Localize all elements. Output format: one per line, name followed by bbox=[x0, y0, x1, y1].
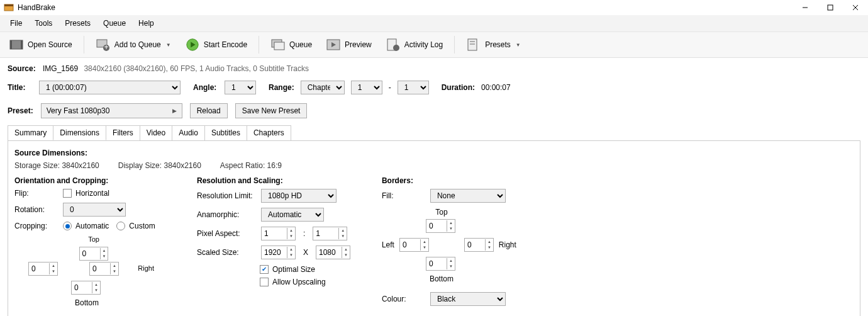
source-dimensions-title: Source Dimensions: bbox=[14, 149, 854, 157]
range-label: Range: bbox=[269, 83, 294, 92]
scaled-width-spinner[interactable]: ▲▼ bbox=[261, 245, 296, 259]
reload-button[interactable]: Reload bbox=[190, 103, 228, 118]
aspect-ratio: Aspect Ratio: 16:9 bbox=[220, 161, 282, 170]
window-title: HandBrake bbox=[18, 3, 55, 12]
title-label: Title: bbox=[8, 83, 33, 92]
presets-button[interactable]: Presets ▼ bbox=[464, 36, 523, 54]
crop-bottom-label: Bottom bbox=[71, 298, 103, 307]
menu-file[interactable]: File bbox=[4, 16, 28, 30]
range-type-select[interactable]: Chapters bbox=[301, 81, 345, 94]
source-name: IMG_1569 bbox=[43, 64, 78, 73]
tab-summary[interactable]: Summary bbox=[8, 125, 53, 140]
crop-right-spinner[interactable]: ▲▼ bbox=[89, 262, 119, 276]
cropping-custom-label: Custom bbox=[129, 222, 155, 230]
tab-subtitles[interactable]: Subtitles bbox=[204, 125, 247, 140]
tab-video[interactable]: Video bbox=[140, 125, 172, 140]
svg-rect-8 bbox=[21, 40, 23, 49]
anamorphic-label: Anamorphic: bbox=[197, 210, 253, 219]
colour-label: Colour: bbox=[382, 295, 423, 303]
resolution-title: Resolution and Scaling: bbox=[197, 176, 350, 185]
activity-log-button[interactable]: Activity Log bbox=[383, 36, 445, 54]
scaled-sep: X bbox=[303, 248, 308, 257]
menubar: File Tools Presets Queue Help bbox=[0, 15, 868, 32]
border-right-spinner[interactable]: ▲▼ bbox=[464, 238, 494, 252]
range-separator: - bbox=[389, 83, 391, 92]
border-left-spinner[interactable]: ▲▼ bbox=[399, 238, 429, 252]
optimal-size-checkbox[interactable]: ✔ Optimal Size bbox=[260, 265, 315, 274]
colour-select[interactable]: Black bbox=[430, 292, 506, 306]
chevron-right-icon: ▶ bbox=[172, 108, 177, 114]
svg-point-19 bbox=[393, 45, 399, 51]
tab-chapters[interactable]: Chapters bbox=[247, 125, 291, 140]
rotation-label: Rotation: bbox=[14, 205, 55, 214]
queue-button[interactable]: Queue bbox=[268, 36, 314, 54]
flip-horizontal-label: Horizontal bbox=[75, 189, 109, 198]
border-bottom-label: Bottom bbox=[426, 274, 457, 283]
tab-dimensions[interactable]: Dimensions bbox=[53, 125, 106, 140]
maximize-button[interactable] bbox=[818, 0, 843, 15]
add-to-queue-button[interactable]: + Add to Queue ▼ bbox=[93, 36, 174, 54]
title-row: Title: 1 (00:00:07) Angle: 1 Range: Chap… bbox=[0, 77, 868, 98]
angle-label: Angle: bbox=[193, 83, 218, 92]
cropping-auto-label: Automatic bbox=[75, 222, 109, 230]
crop-bottom-spinner[interactable]: ▲▼ bbox=[71, 281, 101, 295]
optimal-size-label: Optimal Size bbox=[272, 265, 315, 274]
crop-top-spinner[interactable]: ▲▼ bbox=[79, 247, 109, 261]
menu-presets[interactable]: Presets bbox=[58, 16, 97, 30]
svg-text:+: + bbox=[104, 43, 108, 52]
checkbox-icon bbox=[260, 278, 269, 286]
border-top-spinner[interactable]: ▲▼ bbox=[426, 219, 455, 233]
duration-label: Duration: bbox=[442, 83, 475, 92]
title-select[interactable]: 1 (00:00:07) bbox=[39, 81, 181, 94]
tab-filters[interactable]: Filters bbox=[106, 125, 140, 140]
pixel-aspect-y-spinner[interactable]: ▲▼ bbox=[313, 227, 347, 240]
open-source-button[interactable]: Open Source bbox=[6, 36, 75, 54]
queue-icon bbox=[270, 37, 286, 52]
film-icon bbox=[9, 37, 24, 52]
save-new-preset-button[interactable]: Save New Preset bbox=[235, 103, 308, 118]
resolution-limit-select[interactable]: 1080p HD bbox=[261, 189, 337, 203]
chevron-down-icon: ▼ bbox=[166, 42, 171, 48]
menu-tools[interactable]: Tools bbox=[28, 16, 58, 30]
scaled-height-spinner[interactable]: ▲▼ bbox=[316, 245, 350, 259]
preview-button[interactable]: Preview bbox=[323, 36, 374, 54]
pixel-aspect-x-spinner[interactable]: ▲▼ bbox=[261, 227, 296, 240]
titlebar: HandBrake bbox=[0, 0, 868, 15]
allow-upscaling-checkbox[interactable]: Allow Upscaling bbox=[260, 278, 326, 286]
flip-horizontal-checkbox[interactable]: Horizontal bbox=[63, 189, 109, 198]
play-icon bbox=[185, 37, 200, 52]
queue-label: Queue bbox=[289, 40, 312, 49]
preset-select[interactable]: Very Fast 1080p30 ▶ bbox=[41, 103, 182, 118]
preview-icon bbox=[326, 37, 341, 52]
source-row: Source: IMG_1569 3840x2160 (3840x2160), … bbox=[0, 58, 868, 77]
chevron-down-icon: ▼ bbox=[516, 42, 521, 48]
open-source-label: Open Source bbox=[28, 40, 72, 49]
minimize-button[interactable] bbox=[793, 0, 818, 15]
angle-select[interactable]: 1 bbox=[225, 81, 256, 94]
crop-left-spinner[interactable]: ▲▼ bbox=[28, 262, 58, 276]
border-bottom-spinner[interactable]: ▲▼ bbox=[426, 257, 455, 271]
range-to-select[interactable]: 1 bbox=[398, 81, 429, 94]
add-to-queue-label: Add to Queue bbox=[114, 40, 161, 49]
fill-select[interactable]: None bbox=[430, 189, 506, 203]
cropping-automatic-radio[interactable]: Automatic bbox=[63, 222, 109, 230]
flip-label: Flip: bbox=[14, 189, 55, 198]
pixel-aspect-sep: : bbox=[303, 229, 305, 238]
menu-queue[interactable]: Queue bbox=[97, 16, 132, 30]
orientation-cropping-section: Orientation and Cropping: Flip: Horizont… bbox=[14, 176, 165, 311]
rotation-select[interactable]: 0 bbox=[63, 203, 126, 217]
menu-help[interactable]: Help bbox=[132, 16, 160, 30]
source-meta: 3840x2160 (3840x2160), 60 FPS, 1 Audio T… bbox=[84, 64, 309, 73]
preset-label: Preset: bbox=[8, 106, 33, 115]
start-encode-button[interactable]: Start Encode bbox=[182, 36, 250, 54]
tab-audio[interactable]: Audio bbox=[172, 125, 205, 140]
scaled-size-label: Scaled Size: bbox=[197, 248, 253, 257]
close-button[interactable] bbox=[843, 0, 868, 15]
preview-label: Preview bbox=[345, 40, 372, 49]
cropping-custom-radio[interactable]: Custom bbox=[116, 222, 155, 230]
storage-size: Storage Size: 3840x2160 bbox=[14, 161, 99, 170]
anamorphic-select[interactable]: Automatic bbox=[261, 208, 324, 222]
checkbox-icon bbox=[63, 189, 72, 198]
range-from-select[interactable]: 1 bbox=[351, 81, 382, 94]
pixel-aspect-label: Pixel Aspect: bbox=[197, 229, 253, 238]
